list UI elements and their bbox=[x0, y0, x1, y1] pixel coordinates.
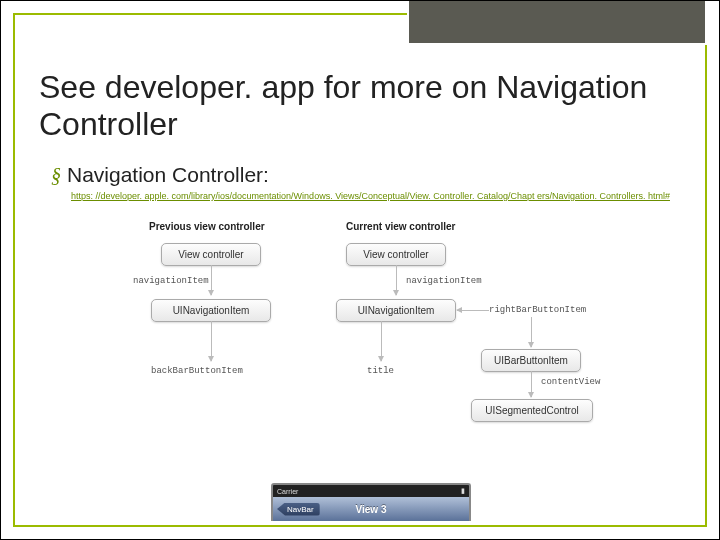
node-curr-navitem: UINavigationItem bbox=[336, 299, 456, 322]
title-banner bbox=[407, 1, 707, 45]
arrow bbox=[396, 265, 397, 295]
label-title: title bbox=[367, 366, 394, 376]
label-backbar: backBarButtonItem bbox=[151, 366, 243, 376]
header-prev: Previous view controller bbox=[149, 221, 265, 232]
arrow bbox=[381, 321, 382, 361]
back-button[interactable]: NavBar bbox=[277, 503, 320, 516]
bullet-text: Navigation Controller: bbox=[67, 163, 269, 187]
node-segmented: UISegmentedControl bbox=[471, 399, 593, 422]
carrier-label: Carrier bbox=[277, 488, 298, 495]
label-rightbar: rightBarButtonItem bbox=[489, 305, 586, 315]
arrow bbox=[211, 265, 212, 295]
navbar-title: View 3 bbox=[356, 504, 387, 515]
node-barbutton: UIBarButtonItem bbox=[481, 349, 581, 372]
bullet-item: § Navigation Controller: bbox=[51, 163, 269, 187]
label-contentview: contentView bbox=[541, 377, 600, 387]
arrow bbox=[457, 310, 489, 311]
bullet-icon: § bbox=[51, 164, 61, 187]
arrow bbox=[531, 317, 532, 347]
node-prev-navitem: UINavigationItem bbox=[151, 299, 271, 322]
arrow bbox=[211, 321, 212, 361]
phone-mock: Carrier ▮ NavBar View 3 bbox=[271, 483, 471, 521]
nav-controller-diagram: Previous view controller Current view co… bbox=[131, 221, 601, 521]
status-bar: Carrier ▮ bbox=[273, 485, 469, 497]
arrow bbox=[531, 371, 532, 397]
doc-link[interactable]: https: //developer. apple. com/library/i… bbox=[71, 191, 679, 203]
label-navitem-r: navigationItem bbox=[406, 276, 482, 286]
node-curr-vc: View controller bbox=[346, 243, 446, 266]
signal-icon: ▮ bbox=[461, 487, 465, 495]
node-prev-vc: View controller bbox=[161, 243, 261, 266]
label-navitem-l: navigationItem bbox=[133, 276, 209, 286]
header-curr: Current view controller bbox=[346, 221, 455, 232]
ios-navbar: NavBar View 3 bbox=[273, 497, 469, 521]
slide-title: See developer. app for more on Navigatio… bbox=[39, 69, 681, 143]
